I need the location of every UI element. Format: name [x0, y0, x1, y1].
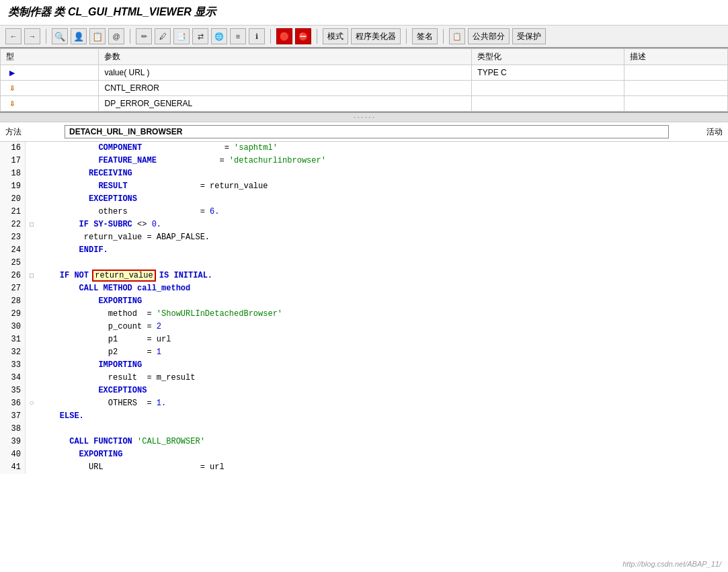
info-btn[interactable]: ℹ: [249, 28, 265, 44]
line-content-29: method = 'ShowURLInDetachedBrowser': [38, 308, 728, 321]
line-num-27: 27: [0, 282, 26, 295]
method-input[interactable]: [65, 125, 669, 138]
line-num-40: 40: [0, 448, 26, 461]
back-btn[interactable]: ←: [5, 28, 22, 44]
line-num-20: 20: [0, 193, 26, 206]
stop2-btn[interactable]: ⛔: [295, 28, 311, 44]
mail-btn[interactable]: @: [108, 28, 124, 44]
scroll-hint: · · · · · ·: [0, 113, 728, 122]
toolbar-sep-1: [46, 29, 46, 44]
param-typing-2: [472, 81, 624, 96]
public-btn[interactable]: 公共部分: [468, 28, 510, 44]
toolbar-sep-2: [130, 29, 130, 44]
title-bar: 类制作器 类 CL_GUI_HTML_VIEWER 显示: [0, 0, 728, 26]
line-content-16: COMPONENT = 'saphtml': [38, 142, 728, 155]
pen-btn[interactable]: 🖊: [155, 28, 171, 44]
line-content-26: IF NOT return_value IS INITIAL.: [38, 270, 728, 282]
col-typing: 类型化: [472, 49, 624, 65]
doc-btn[interactable]: 📑: [173, 28, 190, 44]
line-num-39: 39: [0, 436, 26, 448]
edit-btn[interactable]: ✏: [136, 28, 152, 44]
toolbar-sep-5: [406, 29, 407, 44]
code-line-40: 40 EXPORTING: [0, 448, 728, 461]
code-line-32: 32 p2 = 1: [0, 346, 728, 359]
line-content-24: ENDIF.: [38, 244, 728, 257]
forward-btn[interactable]: →: [24, 28, 40, 44]
toolbar-sep-3: [270, 29, 271, 44]
line-content-40: EXPORTING: [38, 448, 728, 461]
line-num-33: 33: [0, 359, 26, 372]
line-content-23: return_value = ABAP_FALSE.: [38, 231, 728, 244]
line-num-38: 38: [0, 423, 26, 436]
line-content-33: IMPORTING: [38, 359, 728, 372]
line-num-26: 26: [0, 270, 26, 282]
line-num-30: 30: [0, 321, 26, 333]
mode-btn[interactable]: 模式: [323, 28, 348, 44]
table-row: ▶ value( URL ) TYPE C: [1, 65, 728, 81]
toolbar: ← → 🔍 👤 📋 @ ✏ 🖊 📑 ⇄ 🌐 ≡ ℹ 🛑 ⛔ 模式 程序美化器 签…: [0, 26, 728, 48]
param-typing-3: [472, 96, 624, 112]
line-num-17: 17: [0, 155, 26, 167]
param-type-icon-2: ⇩: [6, 83, 18, 93]
line-content-17: FEATURE_NAME = 'detachurlinbrowser': [38, 155, 728, 167]
code-line-41: 41 URL = url: [0, 461, 728, 474]
line-num-28: 28: [0, 295, 26, 308]
copy-btn[interactable]: 📋: [89, 28, 106, 44]
table-row: ⇩ DP_ERROR_GENERAL: [1, 96, 728, 112]
line-content-31: p1 = url: [38, 333, 728, 346]
line-content-41: URL = url: [38, 461, 728, 474]
line-num-25: 25: [0, 257, 26, 270]
code-line-24: 24 ENDIF.: [0, 244, 728, 257]
param-type-icon-1: ▶: [6, 67, 18, 78]
line-marker-26: □: [26, 270, 38, 282]
code-line-22: 22 □ IF SY-SUBRC <> 0.: [0, 218, 728, 231]
line-content-21: others = 6.: [38, 206, 728, 218]
param-typing-1: TYPE C: [472, 65, 624, 81]
protected-btn[interactable]: 受保护: [512, 28, 546, 44]
line-num-23: 23: [0, 231, 26, 244]
code-line-19: 19 RESULT = return_value: [0, 180, 728, 193]
line-num-34: 34: [0, 372, 26, 384]
code-line-34: 34 result = m_result: [0, 372, 728, 384]
line-num-29: 29: [0, 308, 26, 321]
line-content-28: EXPORTING: [38, 295, 728, 308]
signature-btn[interactable]: 签名: [412, 28, 438, 44]
stop-btn[interactable]: 🛑: [276, 28, 292, 44]
line-num-31: 31: [0, 333, 26, 346]
code-line-28: 28 EXPORTING: [0, 295, 728, 308]
line-num-35: 35: [0, 384, 26, 397]
user-btn[interactable]: 👤: [71, 28, 87, 44]
line-content-39: CALL FUNCTION 'CALL_BROWSER': [38, 436, 728, 448]
list-btn[interactable]: ≡: [230, 28, 246, 44]
line-num-36: 36: [0, 397, 26, 410]
param-type-icon-3: ⇩: [6, 98, 18, 109]
line-content-18: RECEIVING: [38, 167, 728, 180]
line-content-32: p2 = 1: [38, 346, 728, 359]
title-text: 类制作器 类 CL_GUI_HTML_VIEWER 显示: [8, 6, 216, 17]
code-line-38: 38: [0, 423, 728, 436]
line-content-27: CALL METHOD call_method: [38, 282, 728, 295]
code-line-16: 16 COMPONENT = 'saphtml': [0, 142, 728, 155]
exchange-btn[interactable]: ⇄: [192, 28, 208, 44]
code-line-25: 25: [0, 257, 728, 270]
line-content-37: ELSE.: [38, 410, 728, 423]
web-btn[interactable]: 🌐: [211, 28, 227, 44]
code-line-39: 39 CALL FUNCTION 'CALL_BROWSER': [0, 436, 728, 448]
line-content-20: EXCEPTIONS: [38, 193, 728, 206]
code-area[interactable]: 16 COMPONENT = 'saphtml' 17 FEATURE_NAME…: [0, 142, 728, 474]
col-param: 参数: [99, 49, 472, 65]
line-marker-36: ○: [26, 397, 38, 410]
line-content-22: IF SY-SUBRC <> 0.: [38, 218, 728, 231]
line-num-18: 18: [0, 167, 26, 180]
param-desc-1: [624, 65, 727, 81]
line-num-41: 41: [0, 461, 26, 474]
code-line-26: 26 □ IF NOT return_value IS INITIAL.: [0, 270, 728, 282]
code-line-33: 33 IMPORTING: [0, 359, 728, 372]
beautifier-btn[interactable]: 程序美化器: [351, 28, 401, 44]
table-row: ⇩ CNTL_ERROR: [1, 81, 728, 96]
code-line-30: 30 p_count = 2: [0, 321, 728, 333]
public-icon[interactable]: 📋: [449, 28, 465, 44]
line-num-37: 37: [0, 410, 26, 423]
code-line-21: 21 others = 6.: [0, 206, 728, 218]
search-btn[interactable]: 🔍: [52, 28, 68, 44]
